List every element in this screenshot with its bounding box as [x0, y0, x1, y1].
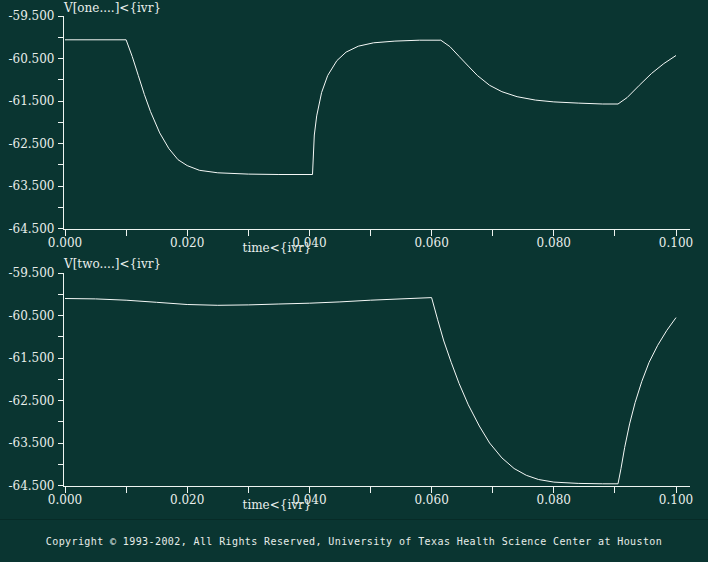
x-tick-label: 0.100 — [659, 236, 693, 250]
copyright-text: Copyright © 1993-2002, All Rights Reserv… — [0, 536, 708, 547]
chart-group-1: V[two....]<{ivr}-59.500-60.500-61.500-62… — [8, 257, 693, 512]
y-tick-label: -59.500 — [8, 266, 54, 280]
y-tick-label: -60.500 — [8, 52, 54, 66]
plot-title: V[two....]<{ivr} — [63, 257, 161, 271]
x-tick-label: 0.060 — [414, 493, 448, 507]
y-tick-label: -64.500 — [8, 222, 54, 236]
x-tick-label: 0.060 — [414, 236, 448, 250]
x-axis-title: time<{ivr} — [243, 498, 312, 512]
plot-title: V[one....]<{ivr} — [63, 1, 161, 15]
plots-canvas: V[one....]<{ivr}-59.500-60.500-61.500-62… — [0, 0, 708, 522]
y-tick-label: -59.500 — [8, 9, 54, 23]
x-tick-label: 0.080 — [537, 236, 571, 250]
x-tick-label: 0.080 — [537, 493, 571, 507]
y-tick-label: -63.500 — [8, 179, 54, 193]
x-tick-label: 0.100 — [659, 493, 693, 507]
trace-line — [65, 298, 676, 484]
footer-separator — [0, 519, 708, 520]
chart-group-0: V[one....]<{ivr}-59.500-60.500-61.500-62… — [8, 1, 693, 255]
x-axis-title: time<{ivr} — [243, 241, 312, 255]
trace-line — [65, 40, 676, 175]
plot-window: V[one....]<{ivr}-59.500-60.500-61.500-62… — [0, 0, 708, 562]
y-tick-label: -60.500 — [8, 309, 54, 323]
x-tick-label: 0.020 — [170, 236, 204, 250]
y-tick-label: -62.500 — [8, 137, 54, 151]
y-tick-label: -64.500 — [8, 479, 54, 493]
y-tick-label: -61.500 — [8, 351, 54, 365]
x-tick-label: 0.000 — [48, 236, 82, 250]
y-tick-label: -63.500 — [8, 436, 54, 450]
y-tick-label: -62.500 — [8, 394, 54, 408]
x-tick-label: 0.020 — [170, 493, 204, 507]
x-tick-label: 0.000 — [48, 493, 82, 507]
y-tick-label: -61.500 — [8, 94, 54, 108]
